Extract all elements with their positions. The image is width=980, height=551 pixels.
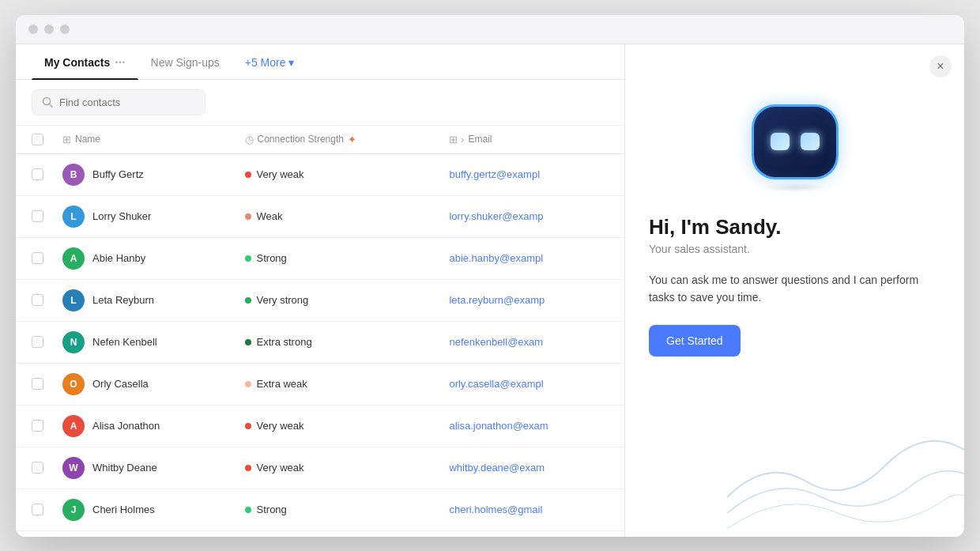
search-icon	[42, 96, 53, 108]
row-checkbox[interactable]	[32, 210, 43, 222]
row-checkbox-cell[interactable]	[16, 279, 53, 321]
tab-more[interactable]: +5 More ▾	[232, 45, 307, 78]
contact-avatar: A	[62, 247, 85, 270]
ai-greeting: Hi, I'm Sandy.	[649, 215, 940, 240]
strength-label: Strong	[257, 252, 287, 264]
row-checkbox-cell[interactable]	[16, 405, 53, 447]
col-header-checkbox[interactable]	[16, 126, 53, 154]
contacts-panel: My Contacts ··· New Sign-ups +5 More ▾	[16, 44, 624, 537]
row-email-cell[interactable]: whitby.deane@exam	[439, 447, 624, 489]
row-email-cell[interactable]: lorry.shuker@examp	[439, 195, 624, 237]
row-strength-cell: Weak	[236, 195, 440, 237]
tab-options-dots[interactable]: ···	[115, 55, 125, 70]
strength-label: Very weak	[257, 462, 304, 474]
traffic-light-red[interactable]	[28, 25, 38, 34]
contact-avatar: O	[62, 373, 85, 395]
ai-subtitle: Your sales assistant.	[649, 243, 940, 255]
strength-label: Extra weak	[257, 378, 307, 390]
row-email-cell[interactable]: cheri.holmes@gmail	[439, 489, 624, 530]
search-input[interactable]	[59, 96, 195, 108]
tab-my-contacts-label: My Contacts	[44, 56, 110, 69]
contact-avatar: L	[62, 289, 85, 311]
main-content: My Contacts ··· New Sign-ups +5 More ▾	[16, 44, 964, 537]
search-bar	[16, 80, 624, 126]
get-started-button[interactable]: Get Started	[649, 325, 741, 357]
tabs-bar: My Contacts ··· New Sign-ups +5 More ▾	[16, 44, 624, 80]
robot-shadow	[763, 183, 827, 192]
row-email-cell[interactable]: leta.reyburn@examp	[439, 279, 624, 321]
strength-dot	[245, 255, 251, 262]
row-checkbox[interactable]	[32, 378, 43, 390]
contact-name: Lorry Shuker	[92, 210, 151, 222]
row-checkbox-cell[interactable]	[16, 363, 53, 405]
traffic-light-yellow[interactable]	[44, 25, 54, 34]
tab-new-signups[interactable]: New Sign-ups	[138, 45, 232, 78]
col-strength-label: Connection Strength	[258, 134, 344, 145]
row-checkbox-cell[interactable]	[16, 447, 53, 489]
table-row: A Alisa Jonathon Very weak alisa.jonatho…	[16, 405, 624, 447]
row-strength-cell: Very weak	[236, 153, 440, 195]
strength-dot	[245, 381, 251, 387]
row-checkbox-cell[interactable]	[16, 195, 53, 237]
search-input-wrap[interactable]	[32, 89, 205, 115]
contact-avatar: J	[62, 499, 85, 521]
select-all-checkbox[interactable]	[32, 134, 43, 145]
robot-eye-right	[801, 133, 820, 150]
row-name-cell: A Alisa Jonathon	[53, 405, 236, 447]
strength-dot	[245, 339, 251, 345]
row-email-cell[interactable]: nefenkenbell@exam	[439, 321, 624, 363]
row-checkbox[interactable]	[32, 336, 43, 348]
contact-avatar: B	[62, 164, 85, 186]
traffic-light-green[interactable]	[60, 25, 70, 34]
col-header-strength[interactable]: ◷ Connection Strength ✦	[236, 126, 440, 154]
strength-label: Extra strong	[257, 336, 312, 348]
row-email-cell[interactable]: alisa.jonathon@exam	[439, 405, 624, 447]
contact-avatar: N	[62, 331, 85, 353]
row-checkbox-cell[interactable]	[16, 321, 53, 363]
name-col-icon: ⊞	[62, 134, 71, 145]
strength-dot	[245, 465, 251, 471]
sort-icon[interactable]: ✦	[348, 134, 356, 145]
row-strength-cell: Strong	[236, 489, 440, 530]
row-email-cell[interactable]: abie.hanby@exampl	[439, 237, 624, 279]
row-name-cell: W Whitby Deane	[53, 447, 236, 489]
col-email-label: Email	[468, 134, 492, 145]
ai-panel: × Hi, I'm Sandy. Your sales assistant. Y…	[624, 44, 964, 537]
row-email-cell[interactable]: buffy.gertz@exampl	[439, 153, 624, 195]
svg-line-1	[50, 104, 53, 108]
contact-name: Whitby Deane	[92, 462, 157, 474]
col-name-label: Name	[75, 134, 100, 145]
row-checkbox[interactable]	[32, 504, 43, 515]
row-checkbox[interactable]	[32, 252, 43, 264]
tab-my-contacts[interactable]: My Contacts ···	[32, 44, 138, 79]
close-button[interactable]: ×	[929, 55, 952, 77]
robot-eye-left	[771, 133, 790, 150]
ai-description: You can ask me to answer questions and I…	[649, 271, 940, 307]
row-email-cell[interactable]: orly.casella@exampl	[439, 363, 624, 405]
strength-dot	[245, 172, 251, 178]
row-checkbox[interactable]	[32, 294, 43, 306]
row-checkbox[interactable]	[32, 462, 43, 474]
strength-label: Strong	[257, 504, 287, 515]
row-checkbox-cell[interactable]	[16, 489, 53, 530]
row-strength-cell: Very weak	[236, 447, 440, 489]
contacts-table-wrap: ⊞ Name ◷ Connection Strength ✦	[16, 126, 624, 537]
table-row: L Lorry Shuker Weak lorry.shuker@examp	[16, 195, 624, 237]
row-checkbox-cell[interactable]	[16, 153, 53, 195]
row-checkbox-cell[interactable]	[16, 237, 53, 279]
contact-name: Leta Reyburn	[92, 294, 154, 306]
main-window: My Contacts ··· New Sign-ups +5 More ▾	[16, 15, 964, 537]
row-name-cell: L Lorry Shuker	[53, 195, 236, 237]
row-checkbox[interactable]	[32, 420, 43, 432]
col-header-email[interactable]: ⊞ › Email	[439, 126, 624, 154]
contact-name: Orly Casella	[92, 378, 149, 390]
col-header-name[interactable]: ⊞ Name	[53, 126, 236, 154]
robot-body	[752, 104, 839, 179]
table-row: W Whitby Deane Very weak whitby.deane@ex…	[16, 447, 624, 489]
row-name-cell: B Buffy Gertz	[53, 153, 236, 195]
contact-name: Alisa Jonathon	[92, 420, 160, 432]
row-name-cell: N Nefen Kenbell	[53, 321, 236, 363]
row-checkbox[interactable]	[32, 168, 43, 180]
row-strength-cell: Very weak	[236, 405, 440, 447]
chevron-down-icon: ▾	[288, 56, 294, 69]
